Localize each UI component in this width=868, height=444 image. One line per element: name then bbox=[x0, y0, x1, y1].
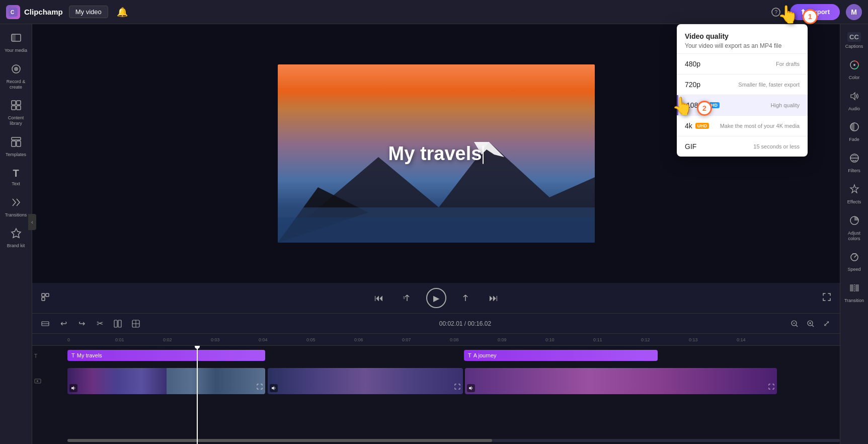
rs-item-adjust-colors[interactable]: Adjust colors bbox=[842, 211, 867, 246]
text-clip-1[interactable]: T My travels bbox=[67, 350, 265, 361]
avatar[interactable]: M bbox=[846, 4, 862, 20]
more-button[interactable] bbox=[129, 317, 143, 331]
track-label-text: T bbox=[34, 350, 65, 362]
rs-item-fade[interactable]: Fade bbox=[842, 117, 867, 146]
split-button[interactable] bbox=[111, 317, 125, 331]
rs-item-audio[interactable]: Audio bbox=[842, 87, 867, 116]
svg-rect-13 bbox=[12, 141, 16, 146]
rs-item-filters[interactable]: Filters bbox=[842, 149, 867, 178]
quality-dropdown: Video quality Your video will export as … bbox=[677, 24, 808, 157]
quality-dropdown-subtitle: Your video will export as an MP4 file bbox=[685, 42, 800, 49]
svg-text:C: C bbox=[11, 10, 14, 15]
svg-line-53 bbox=[854, 255, 856, 257]
quality-badge-hd: HD bbox=[709, 102, 720, 108]
zoom-out-button[interactable] bbox=[787, 317, 802, 331]
svg-rect-14 bbox=[17, 141, 21, 146]
rs-item-transition[interactable]: Transition bbox=[842, 278, 867, 308]
sidebar-item-text[interactable]: T Text bbox=[2, 164, 30, 191]
ruler-mark-5: 0:05 bbox=[306, 337, 354, 342]
rs-label-fade: Fade bbox=[849, 137, 859, 142]
quality-option-1080p[interactable]: 1080p HD High quality bbox=[677, 95, 808, 115]
forward-button[interactable] bbox=[456, 289, 475, 307]
ruler-mark-1: 0:01 bbox=[115, 337, 163, 342]
sidebar-item-templates[interactable]: Templates bbox=[2, 132, 30, 162]
topbar: C Clipchamp My video 🔔 ? ⬆ Export M bbox=[0, 0, 868, 24]
rs-item-color[interactable]: Color bbox=[842, 55, 867, 85]
quality-option-720p[interactable]: 720p Smaller file, faster export bbox=[677, 75, 808, 95]
timeline-ruler: 0 0:01 0:02 0:03 0:04 0:05 0:06 0:07 0:0… bbox=[32, 334, 840, 346]
skip-back-button[interactable]: ⏮ bbox=[370, 289, 388, 307]
sidebar-label-content-library: Content library bbox=[4, 115, 28, 126]
svg-rect-9 bbox=[17, 101, 21, 105]
clip-volume-icon-3[interactable] bbox=[467, 384, 475, 392]
sidebar-item-record-create[interactable]: Record & create bbox=[2, 59, 30, 94]
sidebar-collapse-button[interactable]: ‹ bbox=[28, 214, 36, 230]
zoom-controls: ⤢ bbox=[787, 317, 834, 331]
sidebar-item-content-library[interactable]: Content library bbox=[2, 96, 30, 130]
quality-option-gif[interactable]: GIF 15 seconds or less bbox=[677, 136, 808, 157]
timeline-scrollbar-thumb bbox=[67, 439, 492, 442]
rs-item-captions[interactable]: CC Captions bbox=[842, 28, 867, 53]
play-button[interactable]: ▶ bbox=[426, 288, 446, 308]
brand-icon bbox=[11, 228, 22, 241]
video-title-input[interactable]: My video bbox=[69, 6, 108, 18]
clip-expand-icon-2[interactable] bbox=[454, 383, 461, 392]
text-clip-2[interactable]: T A journey bbox=[464, 350, 658, 361]
fullscreen-button[interactable] bbox=[822, 292, 832, 305]
ruler-mark-7: 0:07 bbox=[402, 337, 450, 342]
quality-option-4k[interactable]: 4k UHD Make the most of your 4K media bbox=[677, 116, 808, 136]
export-icon: ⬆ bbox=[800, 8, 806, 16]
ruler-mark-13: 0:13 bbox=[689, 337, 737, 342]
sidebar-item-your-media[interactable]: Your media bbox=[2, 28, 30, 57]
rs-item-speed[interactable]: Speed bbox=[842, 247, 867, 276]
svg-marker-50 bbox=[850, 185, 858, 193]
quality-note-gif: 15 seconds or less bbox=[753, 143, 800, 150]
rewind-button[interactable]: 5 bbox=[398, 289, 416, 307]
svg-marker-41 bbox=[71, 386, 74, 390]
clip-volume-icon-1[interactable] bbox=[69, 384, 77, 392]
export-button[interactable]: ⬆ Export bbox=[790, 4, 840, 20]
rs-label-transition: Transition bbox=[844, 298, 864, 304]
expand-icon[interactable] bbox=[40, 292, 50, 305]
left-sidebar: Your media Record & create Content libra… bbox=[0, 24, 32, 444]
svg-rect-11 bbox=[17, 106, 21, 110]
svg-rect-10 bbox=[12, 106, 16, 110]
quality-name-1080p: 1080p bbox=[686, 101, 706, 109]
sidebar-label-transitions: Transitions bbox=[5, 212, 27, 218]
fit-to-screen-button[interactable] bbox=[38, 317, 52, 331]
clip-volume-icon-2[interactable] bbox=[270, 384, 278, 392]
ruler-mark-6: 0:06 bbox=[354, 337, 402, 342]
video-clip-3[interactable] bbox=[465, 368, 777, 394]
rs-label-speed: Speed bbox=[847, 267, 860, 272]
skip-forward-button[interactable]: ⏭ bbox=[485, 289, 503, 307]
track-label-video bbox=[34, 366, 65, 396]
video-clip-1[interactable] bbox=[67, 368, 265, 394]
zoom-fit-button[interactable]: ⤢ bbox=[820, 317, 834, 331]
ruler-mark-0: 0 bbox=[67, 337, 115, 342]
sidebar-label-text: Text bbox=[12, 181, 20, 187]
quality-name-4k: 4k bbox=[685, 122, 692, 130]
redo-button[interactable]: ↪ bbox=[74, 317, 89, 331]
undo-button[interactable]: ↩ bbox=[56, 317, 70, 331]
svg-text:5: 5 bbox=[403, 296, 405, 300]
timeline-scrollbar[interactable] bbox=[67, 439, 840, 442]
sidebar-label-templates: Templates bbox=[6, 152, 26, 158]
ruler-mark-3: 0:03 bbox=[211, 337, 259, 342]
quality-note-480p: For drafts bbox=[776, 61, 800, 67]
quality-note-4k: Make the most of your 4K media bbox=[720, 123, 800, 129]
quality-option-480p[interactable]: 480p For drafts bbox=[677, 54, 808, 74]
notifications-icon[interactable]: 🔔 bbox=[114, 4, 130, 20]
help-button[interactable]: ? bbox=[768, 4, 784, 20]
sidebar-item-transitions[interactable]: Transitions bbox=[2, 193, 30, 222]
rs-item-effects[interactable]: Effects bbox=[842, 180, 867, 209]
timeline-content: T T My travels T A journey bbox=[32, 346, 840, 444]
clip-expand-icon-1[interactable] bbox=[256, 383, 263, 392]
app-logo: C Clipchamp bbox=[6, 5, 63, 19]
sidebar-item-brand-kit[interactable]: Brand kit bbox=[2, 224, 30, 253]
playhead[interactable] bbox=[197, 346, 198, 444]
timeline-time-display: 00:02.01 / 00:16.02 bbox=[439, 320, 491, 327]
cut-button[interactable]: ✂ bbox=[93, 317, 107, 331]
clip-expand-icon-3[interactable] bbox=[768, 383, 775, 392]
video-clip-2[interactable] bbox=[268, 368, 463, 394]
zoom-in-button[interactable] bbox=[804, 317, 818, 331]
